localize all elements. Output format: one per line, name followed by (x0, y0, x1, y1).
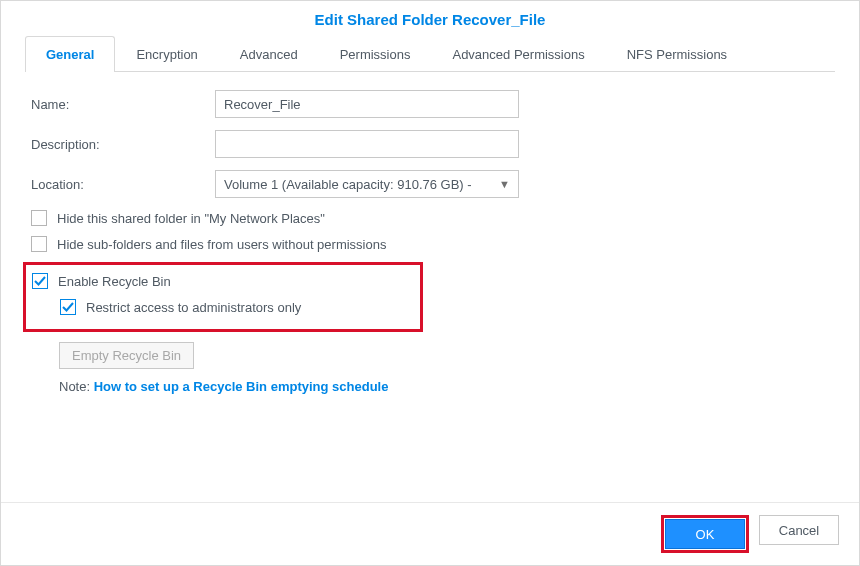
empty-recycle-button[interactable]: Empty Recycle Bin (59, 342, 194, 369)
tab-encryption[interactable]: Encryption (115, 36, 218, 72)
enable-recycle-label: Enable Recycle Bin (58, 274, 171, 289)
recycle-schedule-link[interactable]: How to set up a Recycle Bin emptying sch… (94, 379, 389, 394)
name-input[interactable] (215, 90, 519, 118)
ok-button[interactable]: OK (665, 519, 745, 549)
hide-network-label: Hide this shared folder in "My Network P… (57, 211, 325, 226)
tab-advanced-permissions[interactable]: Advanced Permissions (431, 36, 605, 72)
location-value: Volume 1 (Available capacity: 910.76 GB)… (224, 177, 472, 192)
content-area: Name: Description: Location: Volume 1 (A… (1, 72, 859, 502)
dialog-title: Edit Shared Folder Recover_File (1, 1, 859, 36)
hide-subfolders-label: Hide sub-folders and files from users wi… (57, 237, 386, 252)
ok-highlight: OK (661, 515, 749, 553)
restrict-admin-label: Restrict access to administrators only (86, 300, 301, 315)
enable-recycle-checkbox[interactable] (32, 273, 48, 289)
description-label: Description: (31, 137, 215, 152)
description-input[interactable] (215, 130, 519, 158)
tab-bar: General Encryption Advanced Permissions … (25, 36, 835, 72)
tab-nfs-permissions[interactable]: NFS Permissions (606, 36, 748, 72)
tab-permissions[interactable]: Permissions (319, 36, 432, 72)
cancel-button[interactable]: Cancel (759, 515, 839, 545)
name-label: Name: (31, 97, 215, 112)
location-select[interactable]: Volume 1 (Available capacity: 910.76 GB)… (215, 170, 519, 198)
recycle-bin-highlight: Enable Recycle Bin Restrict access to ad… (23, 262, 423, 332)
chevron-down-icon: ▼ (499, 178, 510, 190)
restrict-admin-checkbox[interactable] (60, 299, 76, 315)
tab-advanced[interactable]: Advanced (219, 36, 319, 72)
dialog-footer: OK Cancel (1, 502, 859, 565)
hide-network-checkbox[interactable] (31, 210, 47, 226)
tab-general[interactable]: General (25, 36, 115, 72)
location-label: Location: (31, 177, 215, 192)
hide-subfolders-checkbox[interactable] (31, 236, 47, 252)
note-text: Note: How to set up a Recycle Bin emptyi… (59, 379, 829, 394)
